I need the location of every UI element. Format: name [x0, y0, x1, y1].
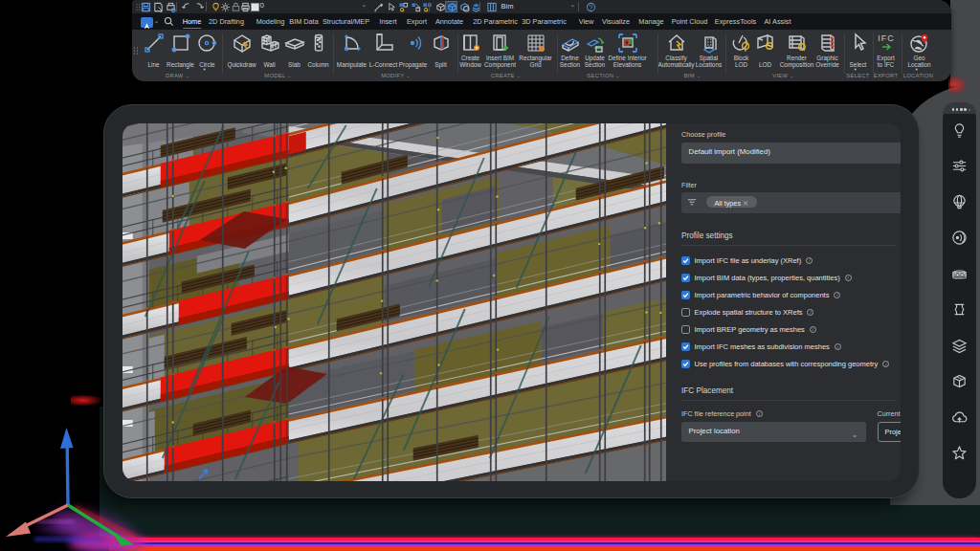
svg-text:IFC: IFC: [878, 33, 895, 43]
